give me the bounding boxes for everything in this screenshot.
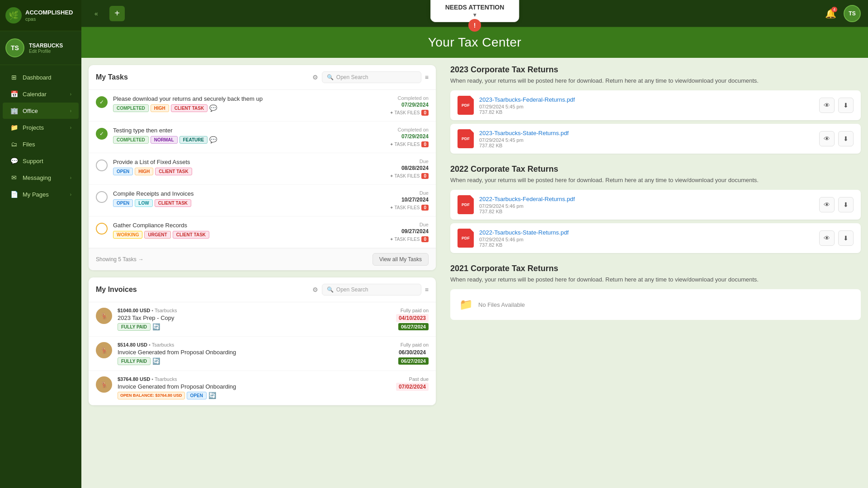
office-icon: 🏢: [10, 107, 18, 114]
filter-icon[interactable]: ⚙: [312, 74, 318, 81]
task-date: 10/27/2024: [374, 197, 429, 203]
tag-open-balance: OPEN BALANCE: $3764.80 USD: [118, 392, 185, 399]
task-files-label: ✦ TASK FILES: [390, 174, 420, 178]
task-date: 08/28/2024: [374, 165, 429, 171]
invoice-meta: Past due 07/02/2024: [365, 376, 429, 391]
view-all-tasks-button[interactable]: View all My Tasks: [373, 253, 429, 266]
task-info: Gather Compliance Records WORKING URGENT…: [113, 222, 369, 239]
tag-client-task: CLIENT TASK: [171, 104, 208, 112]
my-pages-icon: 📄: [10, 191, 18, 198]
sidebar-item-label: Files: [23, 141, 35, 148]
content-area: My Tasks ⚙ 🔍 Open Search ≡ ✓ Please down…: [81, 58, 868, 488]
file-actions: 👁 ⬇: [819, 131, 854, 146]
chevron-right-icon: ›: [70, 125, 71, 130]
messaging-icon: ✉: [10, 174, 18, 181]
preview-button[interactable]: 👁: [819, 197, 835, 212]
tax-section-2023: 2023 Corporate Tax Returns When ready, y…: [450, 65, 861, 154]
tax-section-title: 2023 Corporate Tax Returns: [450, 65, 861, 75]
task-checkbox[interactable]: ✓: [96, 96, 108, 108]
add-button[interactable]: +: [109, 6, 125, 21]
task-item: Gather Compliance Records WORKING URGENT…: [89, 216, 436, 248]
edit-profile-link[interactable]: Edit Profile: [29, 49, 63, 54]
invoice-info: $1040.00 USD • Tsarbucks 2023 Tax Prep -…: [118, 308, 360, 331]
filter-icon[interactable]: ⚙: [312, 286, 318, 293]
file-item: PDF 2022-Tsarbucks-Federal-Returns.pdf 0…: [450, 190, 861, 220]
task-checkbox[interactable]: [96, 191, 108, 203]
task-checkbox[interactable]: [96, 223, 108, 235]
no-files-indicator: 📁 No Files Available: [450, 289, 861, 320]
files-count: 0: [421, 173, 429, 179]
comment-icon[interactable]: 💬: [209, 104, 217, 112]
tag-client-task: CLIENT TASK: [155, 199, 191, 207]
sidebar-item-files[interactable]: 🗂 Files: [3, 136, 79, 152]
file-item: PDF 2023-Tsarbucks-Federal-Returns.pdf 0…: [450, 90, 861, 120]
back-button[interactable]: «: [89, 6, 104, 21]
task-item: Provide a List of Fixed Assets OPEN HIGH…: [89, 153, 436, 185]
preview-button[interactable]: 👁: [819, 230, 835, 246]
sidebar-item-support[interactable]: 💬 Support: [3, 153, 79, 169]
sync-icon[interactable]: 🔄: [152, 323, 160, 331]
files-count: 0: [421, 110, 429, 116]
sidebar-item-dashboard[interactable]: ⊞ Dashboard: [3, 69, 79, 85]
tag-client-task: CLIENT TASK: [155, 168, 192, 175]
invoice-meta: Fully paid on 06/30/2024 06/27/2024: [365, 342, 429, 365]
tasks-search-bar[interactable]: 🔍 Open Search: [322, 71, 421, 83]
task-checkbox[interactable]: ✓: [96, 128, 108, 140]
page-content: Your Tax Center My Tasks ⚙ 🔍 Open Search…: [81, 27, 868, 488]
tag-open: OPEN: [187, 392, 207, 399]
download-button[interactable]: ⬇: [838, 230, 854, 246]
tag-urgent: URGENT: [144, 231, 170, 239]
task-files-label: ✦ TASK FILES: [390, 142, 420, 147]
download-button[interactable]: ⬇: [838, 131, 854, 146]
invoice-name: 2023 Tax Prep - Copy: [118, 314, 360, 321]
tax-section-2021: 2021 Corporate Tax Returns When ready, y…: [450, 264, 861, 320]
invoice-client: Tsarbucks: [155, 376, 177, 382]
invoice-item: 🦌 $514.80 USD • Tsarbucks Invoice Genera…: [89, 337, 436, 371]
invoice-separator: •: [151, 308, 155, 313]
left-panel: My Tasks ⚙ 🔍 Open Search ≡ ✓ Please down…: [81, 58, 443, 488]
file-name: 2023-Tsarbucks-State-Returns.pdf: [479, 130, 814, 136]
tag-high: HIGH: [151, 104, 169, 112]
notification-button[interactable]: 🔔 4: [823, 6, 838, 21]
tasks-title: My Tasks: [96, 73, 309, 81]
file-item: PDF 2022-Tsarbucks-State-Returns.pdf 07/…: [450, 223, 861, 253]
task-name: Provide a List of Fixed Assets: [113, 159, 369, 165]
file-meta: 07/29/2024 5:45 pm 737.82 KB: [479, 137, 814, 148]
page-title: Your Tax Center: [92, 35, 857, 50]
sidebar-item-messaging[interactable]: ✉ Messaging ›: [3, 169, 79, 186]
showing-tasks-text: Showing 5 Tasks →: [96, 256, 144, 263]
download-button[interactable]: ⬇: [838, 197, 854, 212]
sidebar-item-my-pages[interactable]: 📄 My Pages ›: [3, 186, 79, 202]
invoice-top: $3764.80 USD • Tsarbucks: [118, 376, 360, 382]
download-button[interactable]: ⬇: [838, 98, 854, 113]
user-avatar[interactable]: TS: [844, 5, 861, 22]
invoices-search-bar[interactable]: 🔍 Open Search: [322, 284, 421, 296]
sidebar-item-label: Messaging: [23, 174, 51, 181]
sync-icon[interactable]: 🔄: [152, 357, 160, 365]
invoice-name: Invoice Generated from Proposal Onboardi…: [118, 383, 360, 390]
comment-icon[interactable]: 💬: [209, 136, 217, 144]
task-meta: Due 08/28/2024 ✦ TASK FILES 0: [374, 159, 429, 179]
sidebar-item-label: Projects: [23, 124, 44, 131]
preview-button[interactable]: 👁: [819, 98, 835, 113]
file-name: 2023-Tsarbucks-Federal-Returns.pdf: [479, 96, 814, 103]
files-count: 0: [421, 205, 429, 211]
sort-icon[interactable]: ≡: [425, 286, 429, 293]
preview-button[interactable]: 👁: [819, 131, 835, 146]
chevron-right-icon: ›: [70, 192, 71, 197]
invoice-avatar: 🦌: [96, 308, 112, 324]
invoice-date-primary: 04/10/2023: [396, 314, 429, 322]
sort-icon[interactable]: ≡: [425, 74, 429, 81]
invoice-amount: $3764.80 USD: [118, 376, 150, 382]
task-date-label: Due: [374, 159, 429, 164]
invoice-date-label: Past due: [365, 376, 429, 382]
sidebar-item-calendar[interactable]: 📅 Calendar ›: [3, 86, 79, 102]
projects-icon: 📁: [10, 124, 18, 131]
sidebar-item-projects[interactable]: 📁 Projects ›: [3, 119, 79, 136]
file-details: 2023-Tsarbucks-Federal-Returns.pdf 07/29…: [479, 96, 814, 115]
sidebar-item-office[interactable]: 🏢 Office ›: [3, 103, 79, 119]
task-checkbox[interactable]: [96, 160, 108, 171]
sync-icon[interactable]: 🔄: [208, 392, 216, 399]
logo-text-line1: ACCOMPLISHED: [25, 9, 73, 16]
pdf-icon: PDF: [458, 129, 474, 148]
